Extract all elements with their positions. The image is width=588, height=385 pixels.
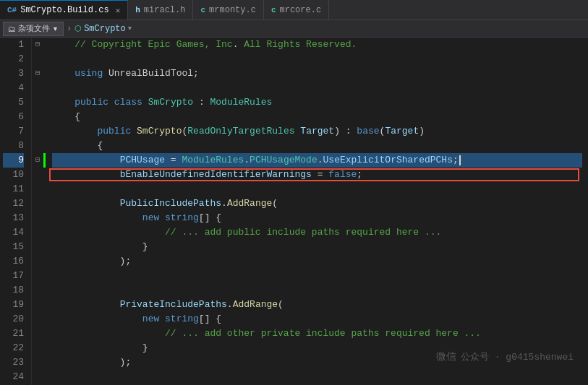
line-num-7: 7 [3,124,24,139]
dropdown-icon: ▼ [128,25,132,33]
line-num-24: 24 [3,370,24,384]
gutter-13[interactable]: ⊟ [32,153,43,168]
line-num-19: 19 [3,298,24,312]
dropdown-icon: ▼ [52,25,59,33]
tab-label: miracl.h [144,5,186,15]
line-num-17: 17 [3,269,24,283]
cs-icon: C# [7,6,17,14]
tab-mrcore-c[interactable]: c mrcore.c [264,0,329,20]
code-line-14: // ... add public include paths required… [52,225,582,240]
h-icon: h [135,6,140,14]
tab-label: mrcore.c [280,5,322,15]
code-line-24 [52,370,582,384]
c-icon: c [200,6,205,14]
code-line-3: using UnrealBuildTool; [52,66,582,81]
tab-smcrypto-build[interactable]: C# SmCrypto.Build.cs ✕ [0,0,128,20]
line-numbers: 1 2 3 4 5 6 7 8 9 10 11 12 13 14 15 16 1… [0,38,32,385]
tab-miracl-h[interactable]: h miracl.h [128,0,193,20]
line-num-10: 10 [3,168,24,182]
code-line-9: PCHUsage = ModuleRules . PCHUsageMode . … [52,153,582,168]
misc-files-label: 杂项文件 [18,23,50,34]
breadcrumb-separator: › [67,24,72,34]
line-num-13: 13 [3,211,24,225]
line-indicator-9 [43,153,46,168]
cursor [459,155,461,165]
code-line-16: ); [52,254,582,269]
code-line-5: public class SmCrypto : ModuleRules [52,95,582,110]
line-num-18: 18 [3,283,24,298]
line-num-8: 8 [3,139,24,153]
breadcrumb-item[interactable]: ⬡ SmCrypto ▼ [74,24,132,34]
watermark: 微信 公众号 · g0415shenwei [436,350,574,363]
gutter-11 [32,124,43,139]
code-line-10: bEnableUndefinedIdentifierWarnings = fal… [52,168,582,182]
toolbar: 🗂 杂项文件 ▼ › ⬡ SmCrypto ▼ [0,20,588,38]
line-num-14: 14 [3,225,24,240]
line-num-3: 3 [3,66,24,81]
gutter-7[interactable]: ⊟ [32,66,43,81]
gutter-5[interactable]: ⊟ [32,38,43,52]
line-num-15: 15 [3,240,24,254]
line-num-5: 5 [3,95,24,110]
wechat-icon: 微信 [436,350,456,363]
code-line-21: // ... add other private include paths r… [52,326,582,341]
line-num-9: 9 [3,153,24,168]
tab-label: SmCrypto.Build.cs [20,5,108,15]
gutter: ⊟ ⊟ ⊟ [32,38,43,385]
line-num-2: 2 [3,52,24,66]
code-line-17 [52,269,582,283]
class-icon: ⬡ [74,24,82,33]
tab-close-button[interactable]: ✕ [116,6,121,15]
c-icon: c [271,6,276,14]
line-num-23: 23 [3,355,24,370]
misc-files-button[interactable]: 🗂 杂项文件 ▼ [3,22,64,36]
code-line-7: public SmCrypto ( ReadOnlyTargetRules Ta… [52,124,582,139]
code-content[interactable]: // Copyright Epic Games, Inc. All Rights… [46,38,588,385]
gutter-10 [32,110,43,124]
breadcrumb-label: SmCrypto [84,24,126,34]
line-num-6: 6 [3,110,24,124]
code-line-6: { [52,110,582,124]
line-num-1: 1 [3,38,24,52]
code-line-11 [52,182,582,196]
code-line-8: { [52,139,582,153]
line1-text: // Copyright Epic Games, Inc. All Rights… [52,38,357,52]
watermark-text: 公众号 · g0415shenwei [461,350,574,363]
tab-mrmonty-c[interactable]: c mrmonty.c [193,0,263,20]
line-num-11: 11 [3,182,24,196]
line-num-16: 16 [3,254,24,269]
gutter-12 [32,139,43,153]
line-num-21: 21 [3,326,24,341]
tab-label: mrmonty.c [209,5,256,15]
code-line-20: new string [] { [52,312,582,326]
gutter-6 [32,52,43,66]
code-line-12: PublicIncludePaths . AddRange ( [52,196,582,211]
line-num-4: 4 [3,81,24,95]
code-line-1: // Copyright Epic Games, Inc. All Rights… [52,38,582,52]
code-line-18 [52,283,582,298]
toolbar-left: 🗂 杂项文件 ▼ › ⬡ SmCrypto ▼ [3,22,585,36]
gutter-8 [32,81,43,95]
line-num-12: 12 [3,196,24,211]
code-line-15: } [52,240,582,254]
folder-icon: 🗂 [8,25,16,33]
gutter-9 [32,95,43,110]
line-num-22: 22 [3,341,24,355]
tab-bar: C# SmCrypto.Build.cs ✕ h miracl.h c mrmo… [0,0,588,20]
code-line-19: PrivateIncludePaths . AddRange ( [52,298,582,312]
line-num-20: 20 [3,312,24,326]
code-line-13: new string [] { [52,211,582,225]
editor: 1 2 3 4 5 6 7 8 9 10 11 12 13 14 15 16 1… [0,38,588,385]
code-line-4 [52,81,582,95]
code-line-2 [52,52,582,66]
